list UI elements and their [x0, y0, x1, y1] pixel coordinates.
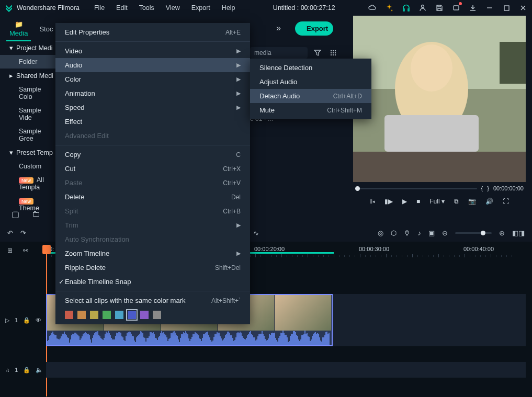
audio-wave-icon[interactable]: ∿ [253, 229, 259, 237]
window-close-icon[interactable] [518, 5, 528, 11]
folder-icon[interactable]: 🗀 [32, 209, 40, 219]
brace-right[interactable]: } [487, 185, 489, 191]
ctx-select-all-clips-with-the-same-color-mark[interactable]: Select all clips with the same color mar… [55, 293, 250, 308]
undo-icon[interactable]: ↶ [7, 229, 13, 237]
user-icon[interactable] [418, 3, 427, 13]
sidebar-item-custom[interactable]: Custom [0, 160, 60, 173]
lock-icon[interactable]: 🔒 [23, 367, 30, 373]
add-track-icon[interactable]: ⊞ [7, 247, 13, 254]
preview-video[interactable] [353, 16, 526, 182]
expand-chevron-icon[interactable]: » [276, 24, 281, 33]
quality-selector[interactable]: Full ▾ [429, 198, 445, 205]
download-icon[interactable] [468, 3, 478, 13]
grid-view-icon[interactable] [330, 49, 339, 56]
volume-icon[interactable]: 🔊 [485, 198, 493, 205]
tab-media[interactable]: 📁 Media [6, 15, 31, 41]
menu-help[interactable]: Help [217, 2, 241, 14]
sidebar-group-preset-templates[interactable]: ▾Preset Temp [0, 145, 60, 160]
zoom-thumb[interactable] [481, 231, 485, 235]
window-maximize-icon[interactable] [502, 5, 511, 11]
sidebar-item-sample-video[interactable]: Sample Vide [0, 104, 60, 124]
ctx-edit-properties[interactable]: Edit PropertiesAlt+E [55, 25, 250, 39]
window-minimize-icon[interactable] [485, 5, 494, 11]
visibility-icon[interactable]: 👁 [36, 317, 41, 323]
timeline-panel-icon[interactable]: ◧◨ [512, 229, 525, 237]
save-icon[interactable] [435, 3, 444, 13]
menu-file[interactable]: File [89, 2, 110, 14]
scrubber-track[interactable] [355, 188, 477, 189]
ctx-color[interactable]: Color▶ [55, 72, 250, 86]
next-frame-icon[interactable]: ▶ [402, 198, 407, 205]
sidebar-group-project-media[interactable]: ▾Project Medi [0, 41, 60, 55]
sidebar-item-sample-green[interactable]: Sample Gree [0, 124, 60, 145]
zoom-slider[interactable] [455, 232, 492, 234]
sidebar-item-folder[interactable]: Folder [0, 55, 60, 69]
prev-frame-icon[interactable]: ⦀◂ [370, 198, 375, 205]
submenu-adjust-audio[interactable]: Adjust Audio [250, 75, 371, 89]
sidebar-group-shared-media[interactable]: ▸Shared Medi [0, 69, 60, 83]
submenu-detach-audio[interactable]: Detach AudioCtrl+Alt+D [250, 89, 371, 103]
ruler-mark: 00:00:40:00 [463, 246, 494, 252]
color-swatch[interactable] [153, 311, 161, 319]
menu-export[interactable]: Export [186, 2, 216, 14]
export-button[interactable]: Export [295, 21, 333, 36]
sidebar-item-sample-color[interactable]: Sample Colo [0, 83, 60, 104]
link-icon[interactable]: ⚯ [23, 247, 28, 254]
fullscreen-icon[interactable]: ⛶ [503, 198, 509, 205]
ctx-paste: PasteCtrl+V [55, 176, 250, 190]
ctx-audio[interactable]: Audio▶ [55, 58, 250, 72]
audio-track[interactable] [46, 362, 526, 378]
media-search-input[interactable]: media [250, 47, 308, 59]
snapshot-icon[interactable]: 📷 [468, 198, 476, 205]
ctx-speed[interactable]: Speed▶ [55, 100, 250, 115]
ctx-enable-timeline-snap[interactable]: ✓Enable Timeline Snap [55, 275, 250, 289]
ctx-delete[interactable]: DeleteDel [55, 190, 250, 204]
shield-icon[interactable]: ⬡ [391, 229, 397, 237]
redo-icon[interactable]: ↷ [20, 229, 26, 237]
ctx-ripple-delete[interactable]: Ripple DeleteShift+Del [55, 260, 250, 275]
cloud-icon[interactable] [368, 3, 377, 13]
play-icon[interactable]: ▮▶ [384, 198, 393, 205]
menu-edit[interactable]: Edit [111, 2, 133, 14]
sidebar-item-all-templates[interactable]: NewAll Templa [0, 173, 60, 194]
mute-icon[interactable]: 🔈 [36, 367, 43, 373]
ctx-cut[interactable]: CutCtrl+X [55, 162, 250, 176]
crop-icon[interactable]: ▣ [428, 229, 435, 237]
filter-icon[interactable] [314, 49, 323, 56]
menu-tools[interactable]: Tools [134, 2, 160, 14]
color-swatch[interactable] [65, 311, 73, 319]
brace-left[interactable]: { [481, 185, 483, 191]
ctx-effect[interactable]: Effect [55, 115, 250, 129]
submenu-mute[interactable]: MuteCtrl+Shift+M [250, 103, 371, 117]
ctx-video[interactable]: Video▶ [55, 44, 250, 58]
target-icon[interactable]: ◎ [378, 229, 383, 237]
playhead-handle[interactable] [42, 245, 51, 254]
music-icon[interactable]: ♪ [418, 229, 422, 237]
zoom-out-icon[interactable]: ⊖ [442, 229, 448, 237]
stop-icon[interactable]: ■ [416, 198, 420, 205]
svg-rect-17 [500, 42, 526, 84]
scrubber-thumb[interactable] [355, 186, 360, 191]
sparkle-icon[interactable] [384, 3, 394, 13]
zoom-in-icon[interactable]: ⊕ [499, 229, 505, 237]
mic-icon[interactable]: 🎙 [404, 229, 411, 237]
color-swatch[interactable] [103, 311, 111, 319]
color-swatch[interactable] [115, 311, 123, 319]
new-folder-icon[interactable]: ▢ [12, 209, 19, 219]
color-swatch[interactable] [77, 311, 86, 319]
audio-track-icon[interactable]: ♫ [5, 367, 9, 373]
headphones-icon[interactable] [401, 3, 411, 13]
notification-icon[interactable] [451, 3, 461, 13]
ctx-copy[interactable]: CopyC [55, 148, 250, 162]
color-swatch[interactable] [140, 311, 149, 319]
color-swatch[interactable] [90, 311, 98, 319]
submenu-silence-detection[interactable]: Silence Detection [250, 61, 371, 75]
ctx-animation[interactable]: Animation▶ [55, 86, 250, 100]
color-swatch[interactable] [128, 311, 136, 319]
display-icon[interactable]: ⧉ [454, 198, 459, 205]
tab-stock[interactable]: Stoc [36, 20, 56, 37]
menu-view[interactable]: View [161, 2, 185, 14]
ctx-zoom-timeline[interactable]: Zoom Timeline▶ [55, 246, 250, 260]
video-track-icon[interactable]: ▷ [5, 317, 9, 324]
lock-icon[interactable]: 🔒 [23, 317, 30, 324]
